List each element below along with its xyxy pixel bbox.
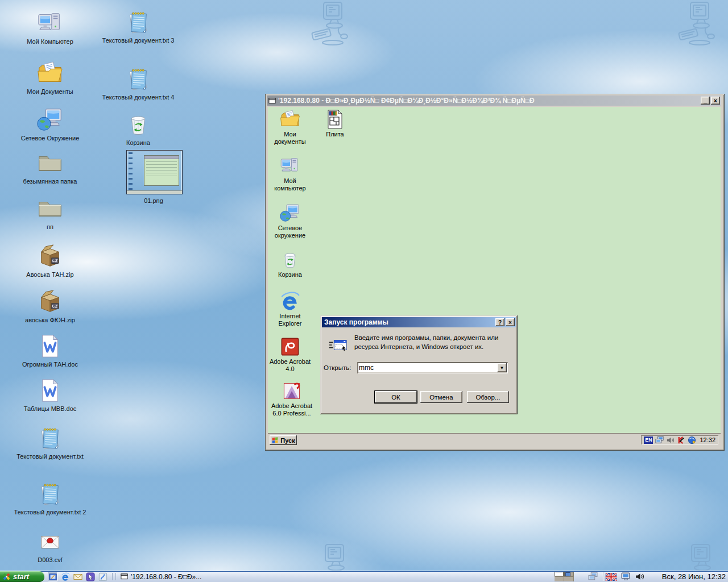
pager-desktop-1[interactable] [555,572,564,576]
desktop-icon-network-places[interactable]: Сетевое Окружение [10,107,90,143]
icon-label: Текстовый документ.txt [16,453,84,461]
remote-icon-acrobat-6[interactable]: Adobe Acrobat 6.0 Professi... [269,381,315,417]
quicklaunch-pointer-button[interactable] [85,572,95,581]
folder-icon [37,196,63,222]
zip-archive-icon [37,289,63,315]
my-computer-icon [280,156,300,176]
antivirus-tray-icon[interactable] [677,436,685,444]
icon-label: Мои Документы [27,88,73,96]
desktop-icon-zip-fyun[interactable]: авоська ФЮН.zip [10,289,90,325]
desktop-icon-my-computer[interactable]: Мой Компьютер [10,10,90,46]
desktop-icon-doc-ogromny[interactable]: Огромный ТАН.doc [10,333,90,369]
icon-label: Корзина [126,139,150,147]
show-desktop-icon [48,572,57,581]
remote-icon-acrobat-4[interactable]: Adobe Acrobat 4.0 [269,336,311,373]
run-command-input[interactable] [359,364,494,372]
icon-label: Плита [326,131,344,138]
desktop-icon-text-document[interactable]: Текстовый документ.txt [10,425,90,461]
minimize-button[interactable]: _ [701,97,710,105]
recycle-bin-icon [125,111,151,138]
wallpaper-computer-doodle [677,1,717,47]
quicklaunch-browser-button[interactable] [60,572,70,581]
start-button[interactable]: start [0,571,44,582]
remote-icon-plita[interactable]: Плита [314,109,356,138]
wallpaper-computer-doodle [310,1,350,47]
desktop-background[interactable]: Мой Компьютер Мои Документы Сетевое Окру… [0,0,728,582]
desktop-icon-unnamed-folder[interactable]: безымянная папка [10,150,90,186]
cancel-button[interactable]: Отмена [420,391,462,403]
icon-label: пп [47,223,53,231]
desktop-icon-my-documents[interactable]: Мои Документы [10,60,90,96]
desktop-icon-pp-folder[interactable]: пп [10,196,90,231]
run-command-combobox[interactable]: ▼ [357,362,508,373]
quicklaunch-desktop-button[interactable] [48,572,57,581]
start-label: start [13,572,29,581]
icon-label: Сетевое Окружение [21,135,80,143]
notepad-icon [125,66,151,92]
remote-clock[interactable]: 12:32 [698,436,715,443]
language-indicator[interactable]: EN [644,436,653,444]
icon-label: Авоська ТАН.zip [26,271,73,279]
remote-taskbar: Пуск EN 12:32 [268,434,721,446]
desktop-icon-text-document-2[interactable]: Текстовый документ.txt 2 [10,481,90,517]
pager-desktop-2[interactable] [564,572,573,576]
remote-icon-my-computer[interactable]: Мой компьютер [269,156,311,192]
run-dialog-titlebar[interactable]: Запуск программы ? × [322,317,516,327]
acrobat-4-icon [280,336,300,357]
chevron-down-icon[interactable]: ▼ [497,363,507,372]
quicklaunch-mail-button[interactable] [73,572,82,581]
desktop-pager [555,572,574,581]
sealed-envelope-icon [37,529,63,555]
display-tray-icon[interactable] [621,571,631,582]
close-icon[interactable]: × [506,318,515,326]
run-dialog-message: Введите имя программы, папки, документа … [354,334,515,351]
icon-label: Adobe Acrobat 4.0 [269,358,311,373]
acrobat-6-icon [282,381,302,401]
update-globe-tray-icon[interactable] [688,436,696,444]
background-app-tray-icon[interactable] [588,571,598,582]
desktop-icon-01png[interactable]: 01.png [114,196,193,205]
network-tray-icon[interactable] [655,436,664,444]
pager-desktop-3[interactable] [555,577,564,581]
speaker-icon [635,572,644,581]
help-button[interactable]: ? [495,318,504,326]
desktop-icon-zip-tan[interactable]: Авоська ТАН.zip [10,243,90,279]
remote-icon-recycle-bin[interactable]: Корзина [269,250,311,278]
desktop-icon-text-document-4[interactable]: Текстовый документ.txt 4 [98,66,178,102]
volume-tray-icon[interactable] [635,571,644,582]
remote-icon-internet-explorer[interactable]: Internet Explorer [269,291,311,327]
desktop-icon-text-document-3[interactable]: Текстовый документ.txt 3 [98,9,178,45]
desktop-icon-recycle-bin[interactable]: Корзина [98,111,178,147]
run-dialog: Запуск программы ? × Введите имя програм… [320,315,518,414]
pager-desktop-4[interactable] [564,577,573,581]
icon-label: Текстовый документ.txt 2 [14,509,86,517]
quicklaunch-scribble-button[interactable] [98,572,107,581]
remote-icon-network-places[interactable]: Сетевое окружение [269,203,311,239]
remote-desktop[interactable]: Мои документы Плита Мой компьютер Сетево… [268,107,721,446]
icon-label: безымянная папка [23,178,77,186]
my-computer-icon [37,10,63,36]
remote-system-tray: EN 12:32 [641,435,718,444]
remote-icon-my-documents[interactable]: Мои документы [269,109,311,146]
ok-button[interactable]: ОК [375,391,417,403]
desktop-icon-01png-thumbnail[interactable] [126,150,183,194]
browse-button[interactable]: Обзор... [467,391,509,403]
taskbar-handle[interactable] [112,573,116,580]
desktop-icon-d003-cvf[interactable]: D003.cvf [10,529,90,564]
close-button[interactable]: × [711,97,720,105]
remote-session-task-button[interactable]: '192.168.0.80 - Ð□Ð»... [118,572,268,581]
thumbnail-taskbar [127,190,182,194]
internet-explorer-icon [61,572,70,581]
icon-label: D003.cvf [38,556,62,564]
remote-window-titlebar[interactable]: '192.168.0.80 - Ð□Ð»Ð¸ÐµÐ½Ñ□ Ð¢ÐµÑ□Ð¼Ð¸Ð… [267,95,721,106]
keyboard-layout-flag[interactable] [605,571,617,582]
run-program-icon [328,336,348,355]
desktop-icon-doc-tablicy[interactable]: Таблицы МВВ.doc [10,377,90,413]
volume-tray-icon[interactable] [666,436,675,444]
uk-flag-icon [605,573,617,581]
remote-start-button[interactable]: Пуск [270,435,297,445]
internet-explorer-icon [280,291,300,311]
icon-label: Огромный ТАН.doc [22,361,78,369]
icon-label: Корзина [278,271,302,278]
host-clock[interactable]: Вск, 28 Июн, 12:32 [662,571,726,582]
